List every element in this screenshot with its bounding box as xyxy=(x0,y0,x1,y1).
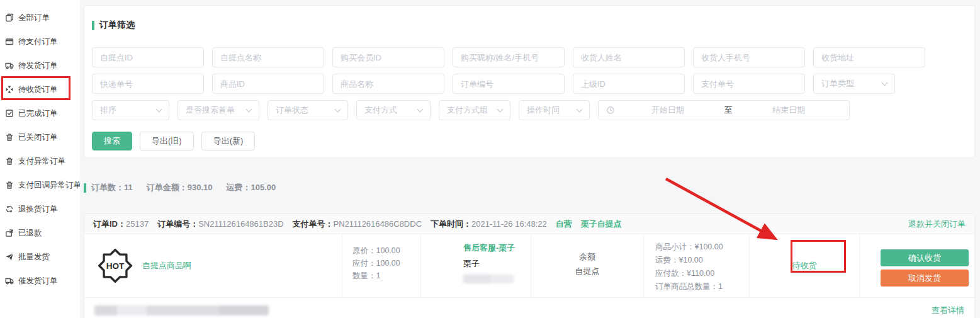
filter-row-1 xyxy=(92,47,967,67)
sidebar-item-pending-receipt[interactable]: 待收货订单 xyxy=(0,77,80,101)
total-item-count: 订单商品总数量：1 xyxy=(655,280,749,293)
sidebar-item-label: 催发货订单 xyxy=(18,276,58,287)
payment-number-input[interactable] xyxy=(693,74,805,94)
receiver-name-input[interactable] xyxy=(573,47,685,67)
payment-method-placeholder: 支付方式 xyxy=(364,105,397,116)
refund-close-order-link[interactable]: 退款并关闭订单 xyxy=(908,219,966,230)
closed-orders-icon xyxy=(5,133,14,142)
payable-price: 应付：100.00 xyxy=(352,257,420,270)
chevron-down-icon xyxy=(246,106,252,113)
sort-select[interactable]: 排序 xyxy=(92,100,169,120)
self-operated-tag: 自营 xyxy=(556,219,572,230)
pickup-point-tag: 栗子自提点 xyxy=(581,219,622,230)
first-order-placeholder: 是否搜索首单 xyxy=(186,105,235,116)
receiver-phone-input[interactable] xyxy=(693,47,805,67)
quantity: 数量：1 xyxy=(352,270,420,282)
redacted-address-block xyxy=(94,305,269,315)
sidebar-item-payment-error[interactable]: 支付异常订单 xyxy=(0,149,80,173)
order-card: 订单ID：25137 订单编号：SN211126164861B23D 支付单号：… xyxy=(84,213,975,318)
cancel-shipment-button[interactable]: 取消发货 xyxy=(881,270,969,287)
sidebar-item-label: 已关闭订单 xyxy=(18,132,58,143)
end-date-input[interactable]: 结束日期 xyxy=(736,105,842,116)
order-type-placeholder: 订单类型 xyxy=(821,78,854,89)
confirm-receipt-button[interactable]: 确认收货 xyxy=(881,249,969,266)
date-range-picker[interactable]: 开始日期 至 结束日期 xyxy=(598,100,850,120)
product-id-input[interactable] xyxy=(212,74,324,94)
product-name-input[interactable] xyxy=(332,74,444,94)
product-name-link[interactable]: 自提点商品啊 xyxy=(142,260,191,271)
operate-time-placeholder: 操作时间 xyxy=(527,105,560,116)
express-number-input[interactable] xyxy=(92,74,204,94)
chevron-down-icon xyxy=(882,80,888,86)
sidebar-item-return-exchange[interactable]: 退换货订单 xyxy=(0,197,80,221)
filter-buttons-row: 搜索 导出(旧) 导出(新) xyxy=(92,132,967,150)
filter-section-title: 订单筛选 xyxy=(92,20,967,31)
original-price: 原价：100.00 xyxy=(352,244,420,257)
sidebar-item-label: 支付异常订单 xyxy=(18,156,65,167)
sidebar-item-all-orders[interactable]: 全部订单 xyxy=(0,6,80,30)
amount-payable: 应付款：¥110.00 xyxy=(655,267,749,280)
export-new-button[interactable]: 导出(新) xyxy=(201,132,256,150)
export-old-button[interactable]: 导出(旧) xyxy=(140,132,194,150)
chevron-down-icon xyxy=(497,106,504,113)
actions-cell: 确认收货 取消发货 xyxy=(860,234,974,297)
receiver-address-input[interactable] xyxy=(813,47,925,67)
return-exchange-icon xyxy=(5,205,14,213)
payment-method-select[interactable]: 支付方式 xyxy=(356,100,431,120)
buyer-nickname-input[interactable] xyxy=(453,47,565,67)
sidebar-item-pending-shipment[interactable]: 待发货订单 xyxy=(0,54,80,77)
order-type-select[interactable]: 订单类型 xyxy=(813,74,895,94)
sidebar-item-refunded[interactable]: 已退款 xyxy=(0,221,80,245)
view-detail-link[interactable]: 查看详情 xyxy=(932,305,964,316)
pending-payment-icon xyxy=(5,37,14,46)
order-filter-panel: 订单筛选 订单类型 排序 xyxy=(84,5,975,158)
refunded-icon xyxy=(5,229,14,237)
clock-icon xyxy=(606,106,615,115)
order-id-label: 订单ID： xyxy=(93,219,126,229)
payment-method-group-select[interactable]: 支付方式组 xyxy=(439,100,510,120)
order-sn-field: 订单编号：SN211126164861B23D xyxy=(157,219,283,230)
order-header: 订单ID：25137 订单编号：SN211126164861B23D 支付单号：… xyxy=(84,214,974,234)
search-button[interactable]: 搜索 xyxy=(92,132,132,150)
pickup-point-id-input[interactable] xyxy=(92,47,204,67)
sidebar-item-pending-payment[interactable]: 待支付订单 xyxy=(0,30,80,54)
buyer-member-id-input[interactable] xyxy=(332,47,444,67)
sidebar-item-payment-callback-error[interactable]: 支付回调异常订单 xyxy=(0,173,80,197)
sidebar-item-urge-shipping[interactable]: 催发货订单 xyxy=(0,269,80,293)
price-cell: 原价：100.00 应付：100.00 数量：1 xyxy=(342,234,421,297)
redacted-phone-block xyxy=(463,275,514,283)
batch-shipping-icon xyxy=(5,253,14,261)
order-status-placeholder: 订单状态 xyxy=(276,105,308,116)
pending-receipt-icon xyxy=(5,85,14,94)
sidebar-item-batch-shipping[interactable]: 批量发货 xyxy=(0,245,80,269)
sidebar-item-label: 批量发货 xyxy=(18,252,50,263)
first-order-select[interactable]: 是否搜索首单 xyxy=(177,100,259,120)
urge-shipping-icon xyxy=(5,276,14,285)
product-cell: HOT 自提点商品啊 xyxy=(84,234,342,297)
order-id-value: 25137 xyxy=(126,219,149,229)
goods-subtotal: 商品小计：¥100.00 xyxy=(655,241,749,254)
parent-id-input[interactable] xyxy=(573,74,685,94)
sidebar-item-closed[interactable]: 已关闭订单 xyxy=(0,125,80,149)
sidebar-item-completed[interactable]: 已完成订单 xyxy=(0,101,80,125)
chevron-down-icon xyxy=(417,106,424,113)
status-cell: 待收货 xyxy=(750,234,860,297)
start-date-input[interactable]: 开始日期 xyxy=(615,105,721,116)
sidebar: 全部订单 待支付订单 待发货订单 待收货订单 已完成订单 已关闭订单 支付异常订… xyxy=(0,0,80,318)
section-accent-bar xyxy=(92,21,94,30)
pickup-point-name-input[interactable] xyxy=(212,47,324,67)
order-sn-value: SN211126164861B23D xyxy=(198,219,283,229)
order-time-label: 下单时间： xyxy=(431,219,471,229)
delivery-method: 自提点 xyxy=(531,264,643,278)
payment-callback-error-icon xyxy=(5,181,14,190)
order-status-select[interactable]: 订单状态 xyxy=(268,100,348,120)
payment-method-cell: 余额 自提点 xyxy=(531,234,644,297)
order-sn-input[interactable] xyxy=(453,74,565,94)
svg-text:HOT: HOT xyxy=(106,261,125,271)
operate-time-select[interactable]: 操作时间 xyxy=(519,100,590,120)
after-sales-service-link[interactable]: 售后客服-栗子 xyxy=(463,242,531,254)
chevron-down-icon xyxy=(577,106,583,113)
sidebar-item-label: 待支付订单 xyxy=(18,37,58,47)
payment-sn-value: PN21112616486C8DDC xyxy=(334,219,422,229)
order-footer: 查看详情 xyxy=(84,297,974,318)
